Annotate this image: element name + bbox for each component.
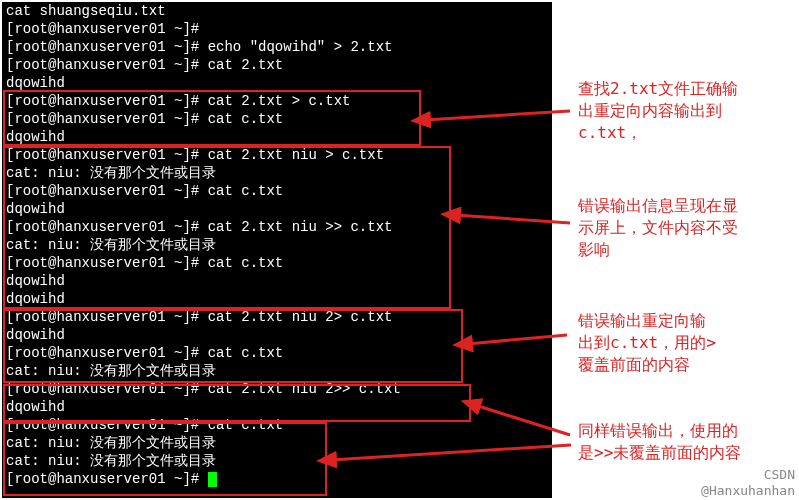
prompt: [root@hanxuserver01 ~]# xyxy=(6,255,199,271)
annotation-text: 出重定向内容输出到 xyxy=(578,100,738,122)
output: dqowihd xyxy=(6,291,65,307)
term-line: cat: niu: 没有那个文件或目录 xyxy=(6,164,548,182)
command: cat c.txt xyxy=(199,417,283,433)
prompt: [root@hanxuserver01 ~]# xyxy=(6,111,199,127)
prompt: [root@hanxuserver01 ~]# xyxy=(6,183,199,199)
svg-line-2 xyxy=(467,335,567,344)
annotation-text: 是>>未覆盖前面的内容 xyxy=(578,442,741,464)
annotation-text: 示屏上，文件内容不受 xyxy=(578,217,738,239)
term-line: dqowihd xyxy=(6,74,548,92)
cursor xyxy=(208,472,217,487)
annotation-text: 覆盖前面的内容 xyxy=(578,354,716,376)
svg-line-3 xyxy=(475,405,570,435)
output: dqowihd xyxy=(6,129,65,145)
arrow-icon xyxy=(450,210,575,230)
output: cat: niu: 没有那个文件或目录 xyxy=(6,237,216,253)
term-line: [root@hanxuserver01 ~]# cat 2.txt niu 2>… xyxy=(6,380,548,398)
output: cat: niu: 没有那个文件或目录 xyxy=(6,363,216,379)
watermark-author: @Hanxuhanhan xyxy=(701,483,795,498)
svg-line-1 xyxy=(455,215,570,223)
term-line: [root@hanxuserver01 ~]# cat 2.txt niu > … xyxy=(6,146,548,164)
annotation-2: 错误输出信息呈现在显 示屏上，文件内容不受 影响 xyxy=(578,195,738,261)
term-line: [root@hanxuserver01 ~]# cat c.txt xyxy=(6,254,548,272)
command: cat c.txt xyxy=(199,255,283,271)
command: cat c.txt xyxy=(199,345,283,361)
prompt: [root@hanxuserver01 ~]# xyxy=(6,381,199,397)
output: cat: niu: 没有那个文件或目录 xyxy=(6,165,216,181)
prompt: [root@hanxuserver01 ~]# xyxy=(6,309,199,325)
prompt: [root@hanxuserver01 ~]# xyxy=(6,93,199,109)
prompt: [root@hanxuserver01 ~]# xyxy=(6,345,199,361)
watermark-csdn: CSDN xyxy=(764,467,795,482)
command: cat c.txt xyxy=(199,183,283,199)
arrow-icon xyxy=(462,332,572,352)
prompt: [root@hanxuserver01 ~]# xyxy=(6,417,199,433)
command: cat c.txt xyxy=(199,111,283,127)
annotation-text: 影响 xyxy=(578,239,738,261)
term-line: dqowihd xyxy=(6,398,548,416)
command: cat 2.txt niu > c.txt xyxy=(199,147,384,163)
term-line: cat: niu: 没有那个文件或目录 xyxy=(6,362,548,380)
annotation-text: 出到c.txt，用的> xyxy=(578,332,716,354)
term-line: [root@hanxuserver01 ~]# cat 2.txt niu 2>… xyxy=(6,308,548,326)
svg-line-0 xyxy=(425,111,570,120)
term-line: [root@hanxuserver01 ~]# xyxy=(6,20,548,38)
term-line: [root@hanxuserver01 ~]# cat c.txt xyxy=(6,182,548,200)
prompt: [root@hanxuserver01 ~]# xyxy=(6,147,199,163)
annotation-text: 错误输出信息呈现在显 xyxy=(578,195,738,217)
command: cat 2.txt niu 2>> c.txt xyxy=(199,381,401,397)
output: dqowihd xyxy=(6,327,65,343)
output: dqowihd xyxy=(6,201,65,217)
output: cat: niu: 没有那个文件或目录 xyxy=(6,435,216,451)
command: cat 2.txt niu >> c.txt xyxy=(199,219,392,235)
command: cat 2.txt xyxy=(199,57,283,73)
annotation-text: 错误输出重定向输 xyxy=(578,310,716,332)
arrow-icon xyxy=(420,108,575,128)
screenshot-wrap: cat shuangseqiu.txt [root@hanxuserver01 … xyxy=(0,0,799,500)
annotation-1: 查找2.txt文件正确输 出重定向内容输出到 c.txt， xyxy=(578,78,738,144)
arrow-icon xyxy=(326,440,576,465)
term-line: [root@hanxuserver01 ~]# echo "dqowihd" >… xyxy=(6,38,548,56)
annotation-text: 查找2.txt文件正确输 xyxy=(578,78,738,100)
annotation-4: 同样错误输出，使用的 是>>未覆盖前面的内容 xyxy=(578,420,741,464)
output: dqowihd xyxy=(6,75,65,91)
command: echo "dqowihd" > 2.txt xyxy=(199,39,392,55)
term-text: cat shuangseqiu.txt xyxy=(6,3,166,19)
term-line: cat shuangseqiu.txt xyxy=(6,2,548,20)
term-line: [root@hanxuserver01 ~]# cat 2.txt xyxy=(6,56,548,74)
arrow-icon xyxy=(470,400,575,440)
term-line: dqowihd xyxy=(6,290,548,308)
term-line: [root@hanxuserver01 ~]# xyxy=(6,470,548,488)
output: dqowihd xyxy=(6,399,65,415)
prompt: [root@hanxuserver01 ~]# xyxy=(6,39,199,55)
prompt: [root@hanxuserver01 ~]# xyxy=(6,219,199,235)
output: dqowihd xyxy=(6,273,65,289)
term-line: [root@hanxuserver01 ~]# cat c.txt xyxy=(6,416,548,434)
annotation-3: 错误输出重定向输 出到c.txt，用的> 覆盖前面的内容 xyxy=(578,310,716,376)
command: cat 2.txt niu 2> c.txt xyxy=(199,309,392,325)
annotation-text: c.txt， xyxy=(578,122,738,144)
prompt: [root@hanxuserver01 ~]# xyxy=(6,471,199,487)
output: cat: niu: 没有那个文件或目录 xyxy=(6,453,216,469)
term-line: dqowihd xyxy=(6,272,548,290)
svg-line-4 xyxy=(331,445,571,460)
term-line: cat: niu: 没有那个文件或目录 xyxy=(6,236,548,254)
term-line: dqowihd xyxy=(6,128,548,146)
command: cat 2.txt > c.txt xyxy=(199,93,350,109)
prompt: [root@hanxuserver01 ~]# xyxy=(6,57,199,73)
prompt: [root@hanxuserver01 ~]# xyxy=(6,21,199,37)
annotation-text: 同样错误输出，使用的 xyxy=(578,420,741,442)
